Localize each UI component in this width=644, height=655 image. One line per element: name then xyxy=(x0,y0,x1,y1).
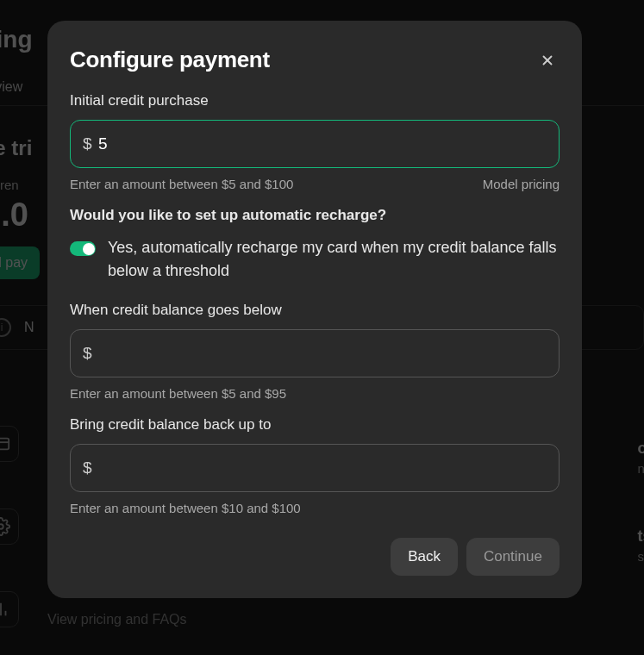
modal-footer: Back Continue xyxy=(70,538,560,576)
back-button[interactable]: Back xyxy=(391,538,458,576)
initial-purchase-hint-row: Enter an amount between $5 and $100 Mode… xyxy=(70,177,560,191)
balance-below-label: When credit balance goes below xyxy=(70,302,560,319)
dollar-sign-icon: $ xyxy=(83,344,92,363)
balance-upto-label: Bring credit balance back up to xyxy=(70,416,560,434)
dollar-sign-icon: $ xyxy=(83,458,92,477)
balance-upto-input-wrapper[interactable]: $ xyxy=(70,444,560,492)
modal-header: Configure payment xyxy=(70,47,560,73)
balance-upto-input[interactable] xyxy=(71,445,559,491)
balance-below-field: When credit balance goes below $ Enter a… xyxy=(70,302,560,401)
auto-recharge-label: Yes, automatically recharge my card when… xyxy=(108,236,560,283)
close-icon xyxy=(540,53,555,68)
balance-below-hint: Enter an amount between $5 and $95 xyxy=(70,386,286,401)
dollar-sign-icon: $ xyxy=(83,134,92,153)
auto-recharge-toggle[interactable] xyxy=(70,241,96,256)
initial-purchase-hint: Enter an amount between $5 and $100 xyxy=(70,177,293,191)
balance-below-input[interactable] xyxy=(71,330,559,377)
auto-recharge-toggle-row: Yes, automatically recharge my card when… xyxy=(70,236,560,283)
modal-title: Configure payment xyxy=(70,47,270,73)
balance-below-input-wrapper[interactable]: $ xyxy=(70,329,560,377)
configure-payment-modal: Configure payment Initial credit purchas… xyxy=(47,21,582,598)
initial-purchase-input-wrapper[interactable]: $ xyxy=(70,120,560,168)
balance-upto-field: Bring credit balance back up to $ Enter … xyxy=(70,416,560,515)
initial-purchase-input[interactable] xyxy=(71,121,559,167)
auto-recharge-section: Would you like to set up automatic recha… xyxy=(70,207,560,283)
close-button[interactable] xyxy=(535,48,560,72)
model-pricing-link[interactable]: Model pricing xyxy=(483,177,560,191)
auto-recharge-question: Would you like to set up automatic recha… xyxy=(70,207,560,224)
initial-purchase-field: Initial credit purchase $ Enter an amoun… xyxy=(70,92,560,191)
initial-purchase-label: Initial credit purchase xyxy=(70,92,560,109)
balance-upto-hint: Enter an amount between $10 and $100 xyxy=(70,501,301,515)
balance-upto-hint-row: Enter an amount between $10 and $100 xyxy=(70,501,560,515)
toggle-knob xyxy=(83,243,95,255)
balance-below-hint-row: Enter an amount between $5 and $95 xyxy=(70,386,560,401)
continue-button[interactable]: Continue xyxy=(466,538,560,576)
